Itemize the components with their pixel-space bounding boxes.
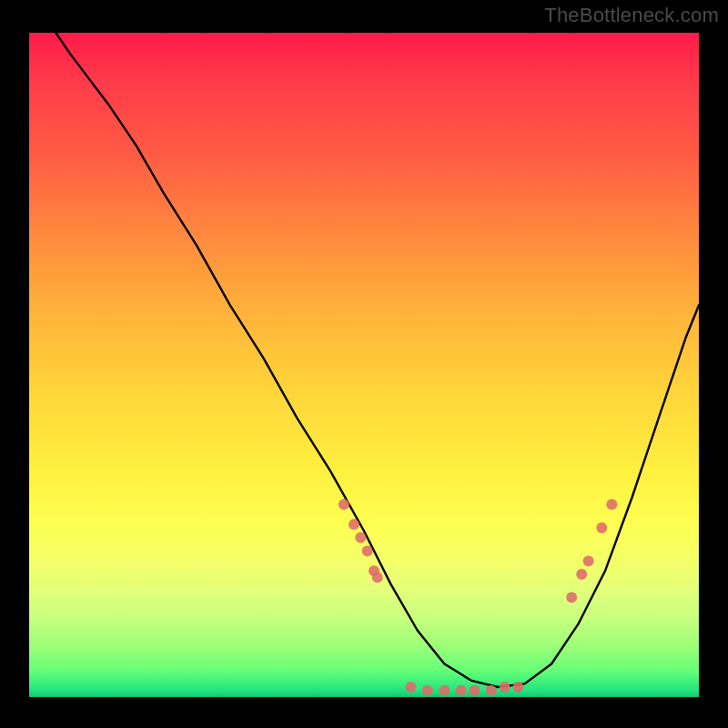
scatter-point <box>439 685 450 696</box>
scatter-point <box>583 555 594 566</box>
scatter-point <box>606 499 617 510</box>
scatter-point <box>596 522 607 533</box>
scatter-point <box>339 499 349 510</box>
bottleneck-curve <box>56 33 699 687</box>
scatter-point <box>566 592 577 603</box>
scatter-point <box>349 519 359 530</box>
plot-area <box>29 33 699 697</box>
scatter-point <box>406 682 417 693</box>
scatter-point <box>469 685 480 696</box>
chart-svg <box>29 33 699 697</box>
scatter-point <box>500 682 511 693</box>
scatter-point <box>355 532 366 543</box>
scatter-point <box>486 685 497 696</box>
scatter-point <box>576 569 587 580</box>
scatter-point <box>456 685 467 696</box>
watermark-text: TheBottleneck.com <box>544 4 719 27</box>
scatter-point <box>422 685 433 696</box>
scatter-point <box>512 682 523 693</box>
scatter-points <box>339 499 617 695</box>
scatter-point <box>362 545 373 556</box>
scatter-point <box>372 572 383 583</box>
